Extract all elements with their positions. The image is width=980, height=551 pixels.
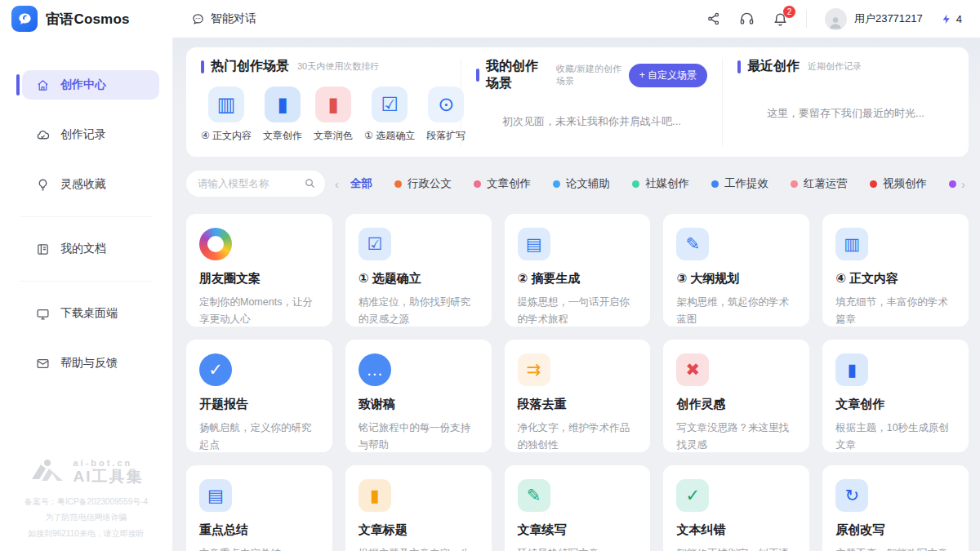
category-tab[interactable]: 全部 — [350, 176, 372, 191]
model-card[interactable]: ✓ 开题报告 扬帆启航，定义你的研究起点 — [186, 340, 332, 452]
category-tab-label: 工作提效 — [724, 176, 768, 191]
model-card-title: 文本纠错 — [676, 522, 796, 538]
hot-scenes-title: 热门创作场景 — [211, 58, 289, 75]
model-card-description: 智能修正错别字，纠正语法 — [676, 545, 796, 551]
document-icon — [36, 242, 50, 256]
category-tab[interactable]: 视频创作 — [870, 176, 927, 191]
hot-scene-item[interactable]: ▮ 文章润色 — [314, 87, 353, 143]
chat-bubble-logo-icon — [17, 11, 33, 27]
category-tab-label: 红薯运营 — [804, 176, 848, 191]
user-profile[interactable]: 用户23771217 — [825, 8, 923, 30]
share-icon[interactable] — [706, 11, 721, 26]
category-tab[interactable]: 红薯运营 — [791, 176, 848, 191]
sidebar-item-help-feedback[interactable]: 帮助与反馈 — [22, 349, 159, 378]
sidebar-item-label: 帮助与反馈 — [60, 356, 118, 371]
sidebar-divider — [20, 281, 153, 282]
model-card[interactable]: ✎ 文章续写 延续风格续写文章 — [505, 465, 651, 551]
avatar — [825, 8, 847, 30]
model-card-description: 铭记旅程中的每一份支持与帮助 — [359, 420, 479, 452]
model-card-icon: ✎ — [518, 479, 550, 512]
model-card-title: ② 摘要生成 — [518, 271, 638, 287]
model-card-icon — [199, 228, 232, 260]
watermark: ai-bot.cn AI工具集 备案号：粤ICP备2023009559号-4 为… — [0, 458, 172, 542]
model-card-description: 填充细节，丰富你的学术篇章 — [835, 294, 956, 327]
energy-counter[interactable]: 4 — [941, 13, 962, 25]
hot-scene-label: 段落扩写 — [426, 129, 466, 143]
model-card-icon: ✓ — [676, 479, 709, 512]
sidebar-item-label: 创作记录 — [60, 127, 106, 142]
model-card-title: 文章续写 — [518, 522, 638, 538]
model-card[interactable]: ▥ ④ 正文内容 填充细节，丰富你的学术篇章 — [822, 214, 969, 327]
category-tab[interactable]: 行政公文 — [394, 176, 452, 191]
custom-scene-button[interactable]: + 自定义场景 — [629, 64, 707, 87]
brand-area: 宙语Cosmos — [0, 0, 173, 38]
model-card[interactable]: … 致谢稿 铭记旅程中的每一份支持与帮助 — [345, 340, 492, 452]
model-card[interactable]: ▮ 文章创作 根据主题，10秒生成原创文章 — [822, 340, 969, 452]
sidebar-item-my-documents[interactable]: 我的文档 — [22, 234, 159, 264]
category-tab[interactable]: 社媒创作 — [632, 176, 689, 191]
hot-scene-label: ④ 正文内容 — [201, 129, 252, 143]
model-card[interactable]: ↻ 原创改写 主题不变，智能改写文章 — [822, 465, 969, 551]
main-content: 热门创作场景 30天内使用次数排行 ▥ ④ 正文内容 ▮ 文章创作 ▮ — [173, 38, 980, 551]
hot-scene-icon: ☑ — [372, 87, 408, 122]
tabs-scroll-right-chevron-icon[interactable]: › — [958, 177, 969, 191]
model-card-description: 文章重点内容总结 — [199, 545, 319, 551]
model-card-title: 开题报告 — [199, 397, 319, 412]
hot-scene-icon: ▮ — [315, 87, 351, 122]
model-card-title: 创作灵感 — [676, 397, 796, 412]
model-card[interactable]: ✓ 文本纠错 智能修正错别字，纠正语法 — [663, 465, 809, 551]
hot-scene-item[interactable]: ▮ 文章创作 — [263, 87, 302, 143]
model-card[interactable]: ▤ ② 摘要生成 提炼思想，一句话开启你的学术旅程 — [505, 214, 651, 327]
sidebar-item-inspiration-favorites[interactable]: 灵感收藏 — [22, 170, 159, 199]
home-icon — [36, 78, 50, 92]
recent-creation-subtitle: 近期创作记录 — [808, 60, 862, 73]
model-card-icon: ↻ — [835, 479, 868, 512]
category-tab-label: 社媒创作 — [645, 176, 689, 191]
model-card-icon: ☑ — [359, 228, 391, 260]
my-scenes-title: 我的创作场景 — [486, 58, 548, 92]
tabs-scroll-left-chevron-icon[interactable]: ‹ — [332, 177, 342, 191]
model-card[interactable]: ⇉ 段落去重 净化文字，维护学术作品的独创性 — [505, 340, 651, 452]
recent-creation-section: 最近创作 近期创作记录 这里，要留存下我们最近的时光... — [722, 58, 969, 146]
category-tab[interactable]: 商业营销 — [949, 176, 958, 191]
model-card[interactable]: ✎ ③ 大纲规划 架构思维，筑起你的学术蓝图 — [663, 214, 809, 327]
headset-icon[interactable] — [739, 11, 755, 27]
category-dot-icon — [553, 180, 560, 188]
hot-scene-icon: ▥ — [208, 87, 244, 122]
watermark-name: AI工具集 — [74, 468, 144, 486]
category-tab[interactable]: 论文辅助 — [553, 176, 610, 191]
model-card-icon: ✖ — [676, 353, 709, 386]
model-card[interactable]: ☑ ① 选题确立 精准定位，助你找到研究的灵感之源 — [345, 214, 492, 327]
model-card[interactable]: 朋友圈文案 定制你的Moments，让分享更动人心 — [186, 214, 332, 327]
sidebar-item-download-desktop[interactable]: 下载桌面端 — [22, 299, 159, 328]
cloud-icon — [36, 128, 50, 142]
bulb-icon — [36, 178, 50, 192]
category-tab-label: 论文辅助 — [566, 176, 610, 191]
sidebar-item-creation-center[interactable]: 创作中心 — [22, 70, 159, 100]
model-card[interactable]: ▮ 文章标题 根据主题及文章内容，生成优 — [345, 465, 492, 551]
notification-bell-icon[interactable]: 2 — [773, 11, 788, 27]
category-tab[interactable]: 工作提效 — [711, 176, 768, 191]
model-card-description: 定制你的Moments，让分享更动人心 — [199, 294, 319, 327]
model-card-icon: ✎ — [676, 228, 709, 260]
hot-scene-item[interactable]: ⊙ 段落扩写 — [426, 87, 466, 143]
hot-scene-list: ▥ ④ 正文内容 ▮ 文章创作 ▮ 文章润色 ☑ — [201, 87, 446, 143]
model-card-icon: ✓ — [199, 353, 232, 386]
sidebar-item-label: 我的文档 — [60, 242, 106, 256]
top-panel: 热门创作场景 30天内使用次数排行 ▥ ④ 正文内容 ▮ 文章创作 ▮ — [186, 47, 969, 157]
model-card-title: 重点总结 — [199, 522, 319, 538]
model-card-description: 净化文字，维护学术作品的独创性 — [518, 420, 638, 452]
category-tab[interactable]: 文章创作 — [474, 176, 531, 191]
model-card-icon: ▤ — [199, 479, 232, 512]
monitor-icon — [36, 307, 50, 321]
sidebar-item-creation-history[interactable]: 创作记录 — [22, 120, 159, 149]
model-card[interactable]: ✖ 创作灵感 写文章没思路？来这里找找灵感 — [663, 340, 809, 452]
category-tab-label: 行政公文 — [408, 176, 452, 191]
nav-smart-chat[interactable]: 智能对话 — [173, 11, 256, 26]
hot-scenes-subtitle: 30天内使用次数排行 — [297, 60, 379, 73]
chat-dots-icon — [191, 12, 205, 26]
hot-scene-item[interactable]: ☑ ① 选题确立 — [364, 87, 415, 143]
model-card[interactable]: ▤ 重点总结 文章重点内容总结 — [186, 465, 332, 551]
category-dot-icon — [394, 180, 402, 188]
hot-scene-item[interactable]: ▥ ④ 正文内容 — [201, 87, 252, 143]
